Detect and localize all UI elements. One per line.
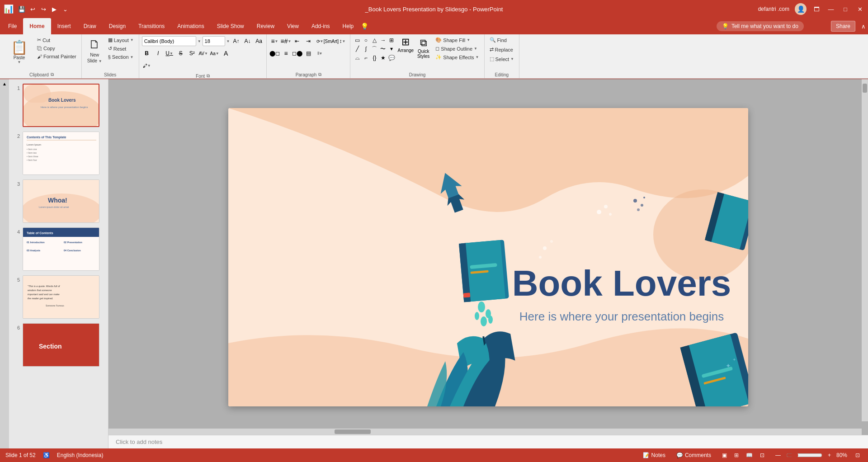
shape-line[interactable]: ╱	[353, 45, 361, 53]
maximize-button[interactable]: □	[841, 5, 850, 14]
present-button[interactable]: ▶	[50, 5, 59, 14]
shape-bracket[interactable]: {}	[370, 54, 378, 62]
slide-canvas[interactable]: Book Lovers Here is where your presentat…	[108, 79, 868, 435]
notes-bar[interactable]: Click to add notes	[108, 435, 868, 448]
normal-view-button[interactable]: ▣	[719, 451, 730, 459]
text-shadow-button[interactable]: S²	[187, 48, 197, 58]
tab-review[interactable]: Review	[250, 18, 281, 34]
shape-curve[interactable]: ∫	[362, 45, 370, 53]
shape-arc[interactable]: ⌓	[353, 54, 361, 62]
align-right-button[interactable]: ◻⬤	[292, 48, 302, 58]
v-scroll-thumb[interactable]	[863, 84, 867, 93]
tab-transitions[interactable]: Transitions	[132, 18, 171, 34]
arrange-button[interactable]: ⊞ Arrange	[397, 36, 414, 53]
bold-button[interactable]: B	[142, 48, 152, 58]
line-spacing-dropdown[interactable]: ▼	[342, 39, 346, 43]
tab-draw[interactable]: Draw	[77, 18, 103, 34]
shape-effects-dropdown[interactable]: ▼	[476, 55, 479, 59]
scroll-up-button[interactable]: ▲	[0, 79, 9, 88]
find-button[interactable]: 🔍 Find	[487, 36, 509, 44]
align-left-button[interactable]: ⬤◻	[269, 48, 279, 58]
strikethrough-button[interactable]: S	[176, 48, 186, 58]
format-painter-button[interactable]: 🖌 Format Painter	[35, 53, 79, 60]
font-family-dropdown[interactable]: ▼	[198, 39, 201, 43]
tab-help[interactable]: Help	[336, 18, 360, 34]
share-button[interactable]: Share	[831, 21, 855, 32]
shape-outline-button[interactable]: ◻ Shape Outline ▼	[433, 45, 481, 52]
text-direction-dropdown[interactable]: ▼	[320, 39, 324, 43]
undo-button[interactable]: ↩	[28, 5, 37, 14]
slide-thumb-3[interactable]: 3 Whoa! Lorem ipsum dolor sit amet	[12, 179, 105, 224]
text-highlight-button[interactable]: 🖍 ▼	[142, 61, 152, 71]
replace-button[interactable]: ⇄ Replace	[487, 46, 515, 53]
shape-oval[interactable]: ○	[362, 36, 370, 44]
decrease-font-button[interactable]: A↓	[242, 36, 252, 46]
align-center-button[interactable]: ≡	[281, 48, 291, 58]
reset-button[interactable]: ↺ Reset	[106, 45, 136, 52]
quick-styles-button[interactable]: ⧉ Quick Styles	[415, 36, 431, 60]
vertical-scrollbar[interactable]	[862, 79, 868, 421]
reading-view-button[interactable]: 📖	[743, 451, 755, 459]
restore-button[interactable]: 🗖	[812, 5, 821, 14]
clipboard-expand-icon[interactable]: ⧉	[51, 72, 54, 77]
tab-view[interactable]: View	[281, 18, 305, 34]
slide-thumbnails-panel[interactable]: 1 Book Lovers Here is where your present…	[9, 79, 108, 448]
tab-file[interactable]: File	[2, 18, 23, 34]
italic-button[interactable]: I	[153, 48, 163, 58]
shape-dropdown[interactable]: ▾	[387, 45, 396, 53]
copy-button[interactable]: ⿻ Copy	[35, 45, 79, 52]
tab-design[interactable]: Design	[103, 18, 132, 34]
slide-thumb-5[interactable]: 5 "This is a quote. Words full of wisdom…	[12, 274, 105, 320]
shape-effects-button[interactable]: ✨ Shape Effects ▼	[433, 53, 481, 61]
font-color-button[interactable]: A	[221, 48, 231, 58]
redo-button[interactable]: ↪	[39, 5, 48, 14]
line-spacing-button[interactable]: ↕ ▼	[337, 36, 347, 46]
shape-callout[interactable]: 💬	[387, 54, 396, 62]
decrease-indent-button[interactable]: ⇤	[292, 36, 302, 46]
tab-home[interactable]: Home	[23, 18, 51, 34]
underline-dropdown[interactable]: ▼	[170, 52, 173, 56]
zoom-in-button[interactable]: +	[825, 451, 834, 459]
character-spacing-button[interactable]: AV ▼	[198, 48, 208, 58]
presenter-view-button[interactable]: ⊡	[757, 451, 767, 459]
shape-outline-dropdown[interactable]: ▼	[474, 47, 477, 51]
increase-font-button[interactable]: A↑	[231, 36, 241, 46]
notes-button[interactable]: 📝 Notes	[640, 451, 668, 459]
select-button[interactable]: ⬚ Select ▼	[487, 55, 517, 63]
clear-format-button[interactable]: Aa	[254, 36, 264, 46]
slide-thumb-1[interactable]: 1 Book Lovers Here is where your present…	[12, 83, 105, 128]
select-dropdown[interactable]: ▼	[510, 57, 514, 61]
quick-access-group[interactable]: 📊 💾 ↩ ↪ ▶ ⌄	[4, 4, 70, 14]
cut-button[interactable]: ✂ Cut	[35, 36, 79, 44]
underline-button[interactable]: U ▼	[165, 48, 175, 58]
paragraph-expand-icon[interactable]: ⧉	[318, 72, 321, 77]
increase-indent-button[interactable]: ⇥	[303, 36, 313, 46]
paste-dropdown-arrow[interactable]: ▼	[18, 60, 21, 64]
zoom-slider[interactable]	[786, 452, 822, 459]
slide-sorter-button[interactable]: ⊞	[731, 451, 741, 459]
tell-me-box[interactable]: 💡 Tell me what you want to do	[717, 21, 804, 31]
layout-dropdown[interactable]: ▼	[130, 38, 134, 42]
shape-arrow-right[interactable]: →	[379, 36, 387, 44]
slide-thumb-6[interactable]: 6 Section	[12, 322, 105, 368]
change-case-button[interactable]: Aa ▼	[210, 48, 220, 58]
columns-dropdown[interactable]: ▼	[319, 52, 323, 56]
tab-animations[interactable]: Animations	[171, 18, 210, 34]
bullets-button[interactable]: ≡ ▼	[269, 36, 279, 46]
font-expand-icon[interactable]: ⧉	[207, 73, 210, 79]
new-slide-dropdown-icon[interactable]: ▼	[99, 59, 102, 63]
bullets-dropdown[interactable]: ▼	[275, 39, 278, 43]
comments-button[interactable]: 💬 Comments	[674, 451, 714, 459]
h-scroll-thumb[interactable]	[335, 429, 371, 434]
save-button[interactable]: 💾	[17, 5, 26, 14]
shape-connector[interactable]: ⌐	[362, 54, 370, 62]
accessibility-button[interactable]: ♿	[43, 452, 50, 458]
shape-fill-dropdown[interactable]: ▼	[467, 38, 470, 42]
tab-insert[interactable]: Insert	[51, 18, 77, 34]
close-button[interactable]: ✕	[855, 5, 864, 14]
shape-freeform[interactable]: ⌒	[370, 45, 378, 53]
collapse-ribbon-icon[interactable]: ∧	[859, 22, 868, 31]
shape-scribble[interactable]: 〜	[379, 45, 387, 53]
slide-thumb-4[interactable]: 4 Table of Contents 01 Introduction 02 P…	[12, 226, 105, 272]
case-dropdown[interactable]: ▼	[216, 52, 219, 56]
